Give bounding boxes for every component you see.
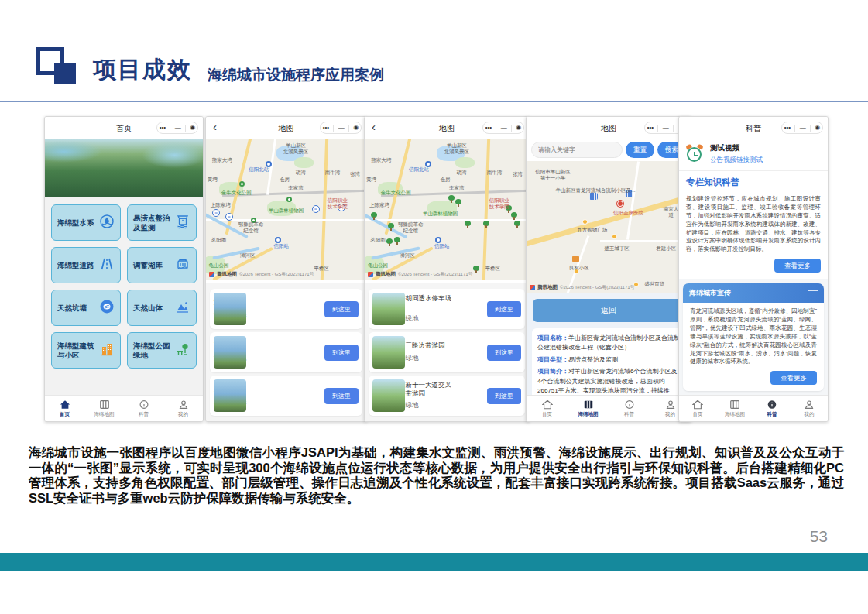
map-icon xyxy=(99,400,110,410)
close-target-icon[interactable]: ◉ xyxy=(353,125,359,131)
video-entry[interactable]: 测试视频 公告视频链接测试 xyxy=(679,139,828,171)
search-row: 重置 搜索 xyxy=(527,139,691,161)
water-poi-marker[interactable]: ≈ xyxy=(312,205,320,213)
video-link[interactable]: 公告视频链接测试 xyxy=(710,156,763,165)
home-icon xyxy=(542,400,553,410)
tree-marker[interactable] xyxy=(448,195,455,203)
facility-photo xyxy=(214,336,246,369)
tree-marker[interactable] xyxy=(371,212,377,220)
wechat-capsule[interactable]: ••• — ◉ xyxy=(156,122,198,134)
home-button-reservoir[interactable]: 调蓄湖库 xyxy=(127,247,197,283)
pump-station-marker[interactable] xyxy=(589,193,598,200)
more-icon[interactable]: ••• xyxy=(323,125,329,131)
city-map[interactable]: 羊山新区 北湖风景区 信阳北站 熊家大塆 黄塆 金牛文化公园 胡湾 仓房 李家湾… xyxy=(365,139,529,280)
tab-mine[interactable]: 我的 xyxy=(163,396,203,421)
more-icon[interactable]: ••• xyxy=(160,125,166,131)
tree-marker[interactable] xyxy=(386,238,393,246)
home-button-mountain[interactable]: 天然山体 xyxy=(127,290,197,326)
goto-button[interactable]: 到这里 xyxy=(324,388,359,404)
goto-button[interactable]: 到这里 xyxy=(324,345,359,361)
reset-button[interactable]: 重置 xyxy=(626,142,654,158)
tab-science[interactable]: 科普 xyxy=(753,396,791,421)
promo-card-header: 海绵城市宣传 xyxy=(683,283,824,303)
tab-home[interactable]: 首页 xyxy=(527,396,568,421)
compass-icon xyxy=(530,285,535,290)
minimize-icon[interactable]: — xyxy=(338,125,345,131)
phone-screenshot-science: 科普 •••—◉ 测试视频 公告视频链接测试 专栏知识科普 规划建设管控环节，应… xyxy=(678,116,829,422)
page-number: 53 xyxy=(810,527,828,546)
search-input[interactable] xyxy=(531,142,623,158)
list-item[interactable]: 羊山新区新三路边带游园 海绵型公园绿地 到这里 xyxy=(369,332,525,372)
mountain-icon xyxy=(175,299,190,317)
tab-home[interactable]: 首页 xyxy=(45,396,84,421)
home-button-pond[interactable]: 天然坑塘 xyxy=(51,290,121,326)
facility-list: 浉河三期 海绵型水系 到这里 西绿廊 海绵型水系 到这里 东绿廊 海绵型水系 xyxy=(206,283,366,421)
tab-mine[interactable]: 我的 xyxy=(791,396,828,421)
project-map[interactable]: 信阳市羊山新区 第十一小学 羊山新区青龙河流域合流制小区及... 信阳圣康医院 … xyxy=(527,161,691,293)
collapse-icon[interactable] xyxy=(808,290,818,291)
project-point-marker[interactable] xyxy=(617,201,623,207)
tree-marker[interactable] xyxy=(465,221,471,228)
list-item[interactable]: 浉河三期 海绵型水系 到这里 xyxy=(210,289,362,329)
tree-marker[interactable] xyxy=(455,199,461,207)
view-more-button[interactable]: 查看更多 xyxy=(774,259,821,273)
tree-marker[interactable] xyxy=(511,212,517,220)
view-more-button[interactable]: 查看更多 xyxy=(770,371,817,385)
alarm-clock-icon xyxy=(685,145,704,163)
list-item[interactable]: 平桥区小桥胡同透水停车场 新建工程 海绵型公园绿地 到这里 xyxy=(369,289,525,329)
column-title: 专栏知识科普 xyxy=(679,171,828,192)
tree-marker[interactable] xyxy=(388,223,394,231)
tab-sponge-map[interactable]: 海绵地图 xyxy=(84,396,124,421)
home-button-building[interactable]: 海绵型建筑 与小区 xyxy=(51,332,121,369)
phone-screenshot-park-map: ‹ 地图 •••—◉ xyxy=(364,116,530,422)
phone-screenshot-home: 首页 ••• — ◉ 海绵型水系 易涝点整治 及监测 xyxy=(44,116,204,422)
facility-list: 平桥区小桥胡同透水停车场 新建工程 海绵型公园绿地 到这里 羊山新区新三路边带游… xyxy=(365,283,529,421)
wechat-capsule[interactable]: •••—◉ xyxy=(781,122,823,134)
tree-marker[interactable] xyxy=(514,221,520,228)
page-title: 项目成效 xyxy=(93,54,192,86)
map-attribution: 腾讯地图 ©2026 Tencent - GS粤(2023)1171号 xyxy=(209,271,314,278)
return-button[interactable]: 返回 xyxy=(533,299,684,322)
goto-button[interactable]: 到这里 xyxy=(487,345,521,361)
home-button-flood-point[interactable]: 易涝点整治 及监测 xyxy=(127,204,197,241)
list-item[interactable]: 西绿廊 海绵型水系 到这里 xyxy=(210,332,362,372)
goto-button[interactable]: 到这里 xyxy=(487,388,521,404)
city-map[interactable]: ≈ ≈ ≈ ≈ 羊山新区 北湖风景区 信阳北站 熊家大塆 黄塆 金牛文化公园 胡… xyxy=(206,139,366,280)
tree-marker[interactable] xyxy=(483,221,489,228)
tab-science[interactable]: 科普 xyxy=(124,396,163,421)
tree-marker[interactable] xyxy=(473,266,479,273)
tab-science[interactable]: 科普 xyxy=(609,396,650,421)
home-button-park-green[interactable]: 海绵型公园 绿地 xyxy=(127,332,197,369)
home-button-grid: 海绵型水系 易涝点整治 及监测 海绵型道路 调蓄湖库 天然坑塘 xyxy=(45,197,203,376)
person-icon xyxy=(178,400,189,410)
minimize-icon[interactable]: — xyxy=(663,125,669,131)
more-icon[interactable]: ••• xyxy=(647,125,654,131)
reservoir-icon xyxy=(175,256,190,275)
facility-photo xyxy=(372,293,405,325)
close-target-icon[interactable]: ◉ xyxy=(815,125,820,131)
goto-button[interactable]: 到这里 xyxy=(324,301,359,317)
tab-sponge-map[interactable]: 海绵地图 xyxy=(568,396,609,421)
goto-button[interactable]: 到这里 xyxy=(487,301,521,317)
close-target-icon[interactable]: ◉ xyxy=(190,125,195,131)
flood-monitor-icon xyxy=(175,214,190,232)
list-item[interactable]: 东绿廊 海绵型水系 到这里 xyxy=(210,376,362,416)
water-poi-marker[interactable]: ≈ xyxy=(212,209,220,217)
tabbar: 首页 海绵地图 科普 我的 xyxy=(45,395,203,421)
wechat-capsule[interactable]: •••—◉ xyxy=(482,122,524,134)
home-body: 海绵型水系 易涝点整治 及监测 海绵型道路 调蓄湖库 天然坑塘 xyxy=(45,139,203,395)
tab-sponge-map[interactable]: 海绵地图 xyxy=(716,396,753,421)
wechat-capsule[interactable]: •••—◉ xyxy=(320,122,362,134)
minimize-icon[interactable]: — xyxy=(800,125,806,131)
minimize-icon[interactable]: — xyxy=(175,125,181,131)
home-button-road[interactable]: 海绵型道路 xyxy=(51,247,121,283)
more-icon[interactable]: ••• xyxy=(485,125,492,131)
tree-marker[interactable] xyxy=(394,237,400,245)
minimize-icon[interactable]: — xyxy=(501,125,507,131)
tab-home[interactable]: 首页 xyxy=(679,396,716,421)
close-target-icon[interactable]: ◉ xyxy=(516,125,521,131)
list-item[interactable]: 新十八街与新十一大道交叉 口东南角边带游园 海绵型公园绿地 到这里 xyxy=(369,376,525,416)
more-icon[interactable]: ••• xyxy=(784,125,791,131)
miniprogram-header: 首页 ••• — ◉ xyxy=(45,117,203,139)
home-button-water-system[interactable]: 海绵型水系 xyxy=(51,204,121,241)
